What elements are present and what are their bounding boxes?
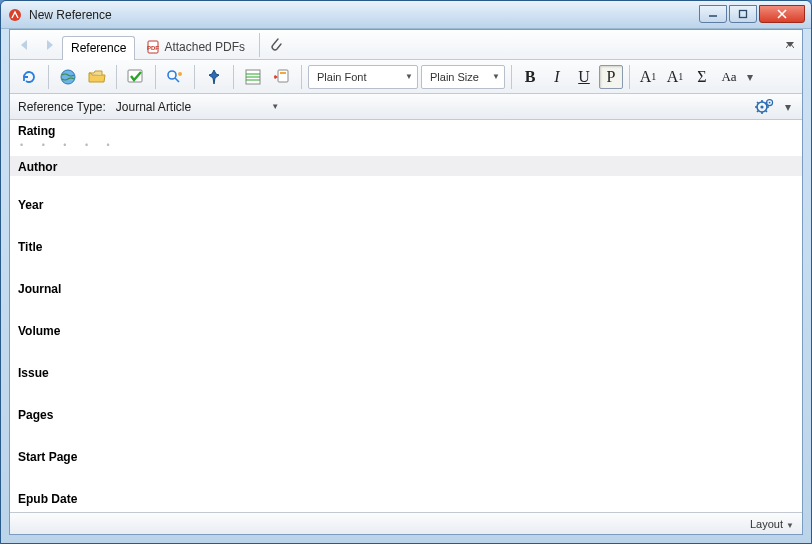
tab-reference[interactable]: Reference [62,36,135,60]
field-label-issue: Issue [10,362,802,382]
field-label-start_page: Start Page [10,446,802,466]
font-combo-label: Plain Font [317,71,367,83]
svg-text:PDF: PDF [147,45,159,51]
rating-stars[interactable]: • • • • • [10,140,802,156]
field-label-volume: Volume [10,320,802,340]
field-input-volume[interactable] [10,340,802,362]
field-label-year: Year [10,194,802,214]
separator [116,65,117,89]
size-combo-label: Plain Size [430,71,479,83]
font-combo[interactable]: Plain Font ▼ [308,65,418,89]
open-folder-button[interactable] [84,64,110,90]
separator [301,65,302,89]
underline-button[interactable]: U [572,65,596,89]
separator [511,65,512,89]
svg-point-29 [769,101,771,103]
window-frame: New Reference Reference PDF Attached PDF… [0,0,812,544]
separator [629,65,630,89]
client-area: Reference PDF Attached PDFs [9,29,803,535]
copy-formatted-button[interactable] [269,64,295,90]
field-input-title[interactable] [10,256,802,278]
tab-reference-label: Reference [71,41,126,55]
italic-button[interactable]: I [545,65,569,89]
separator [233,65,234,89]
spellcheck-button[interactable] [123,64,149,90]
nav-back-button[interactable] [14,34,36,56]
maximize-button[interactable] [729,5,757,23]
chevron-down-icon: ▼ [492,72,500,81]
svg-rect-16 [278,70,288,82]
case-button[interactable]: Aa [717,65,741,89]
chevron-down-icon: ▼ [271,102,279,111]
field-input-issue[interactable] [10,382,802,404]
globe-button[interactable] [55,64,81,90]
attach-file-button[interactable] [265,34,287,56]
options-gear-button[interactable] [752,96,776,118]
separator [155,65,156,89]
titlebar[interactable]: New Reference [1,1,811,29]
layout-menu[interactable]: Layout ▼ [750,518,794,530]
superscript-button[interactable]: A1 [636,65,660,89]
tab-bar: Reference PDF Attached PDFs [10,30,802,60]
size-combo[interactable]: Plain Size ▼ [421,65,505,89]
field-label-title: Title [10,236,802,256]
field-label-rating: Rating [10,120,802,140]
reference-type-select[interactable]: Journal Article ▼ [112,97,283,117]
tab-attached-pdfs-label: Attached PDFs [164,40,245,54]
field-input-year[interactable] [10,214,802,236]
field-label-author: Author [10,156,802,176]
field-label-journal: Journal [10,278,802,298]
layout-button[interactable] [240,64,266,90]
window-title: New Reference [29,8,699,22]
form-scroll[interactable]: Rating• • • • •AuthorYearTitleJournalVol… [10,120,802,512]
chevron-down-icon: ▼ [786,521,794,530]
separator [48,65,49,89]
options-chevron[interactable]: ▾ [782,96,794,118]
bold-button[interactable]: B [518,65,542,89]
window-controls [699,5,805,23]
field-input-journal[interactable] [10,298,802,320]
chevron-down-icon: ▼ [405,72,413,81]
nav-forward-button[interactable] [38,34,60,56]
field-label-epub_date: Epub Date [10,488,802,508]
field-label-pages: Pages [10,404,802,424]
svg-point-7 [61,70,75,84]
svg-rect-2 [740,10,747,17]
close-button[interactable] [759,5,805,23]
minimize-button[interactable] [699,5,727,23]
svg-point-19 [760,105,763,108]
tabbar-overflow-button[interactable] [782,34,798,56]
field-input-author[interactable] [10,176,802,194]
reference-type-bar: Reference Type: Journal Article ▼ ▾ [10,94,802,120]
pin-button[interactable] [201,64,227,90]
svg-rect-17 [280,72,286,74]
svg-line-24 [757,102,759,104]
symbol-button[interactable]: Σ [690,65,714,89]
reference-type-value: Journal Article [116,100,191,114]
svg-point-11 [178,72,182,76]
svg-point-9 [168,71,176,79]
pdf-icon: PDF [146,40,160,54]
separator [194,65,195,89]
toolbar-overflow-button[interactable]: ▾ [744,66,756,88]
form-area: Rating• • • • •AuthorYearTitleJournalVol… [10,120,802,512]
subscript-button[interactable]: A1 [663,65,687,89]
find-reference-button[interactable] [162,64,188,90]
status-bar: Layout ▼ [10,512,802,534]
svg-line-25 [766,110,768,112]
svg-line-26 [757,110,759,112]
toolbar: Plain Font ▼ Plain Size ▼ B I U P A1 A1 … [10,60,802,94]
separator [259,33,260,57]
app-icon [7,7,23,23]
refresh-button[interactable] [16,64,42,90]
tab-attached-pdfs[interactable]: PDF Attached PDFs [137,35,254,59]
plain-button[interactable]: P [599,65,623,89]
field-input-pages[interactable] [10,424,802,446]
reference-type-label: Reference Type: [18,100,106,114]
svg-line-10 [175,78,179,82]
field-input-start_page[interactable] [10,466,802,488]
